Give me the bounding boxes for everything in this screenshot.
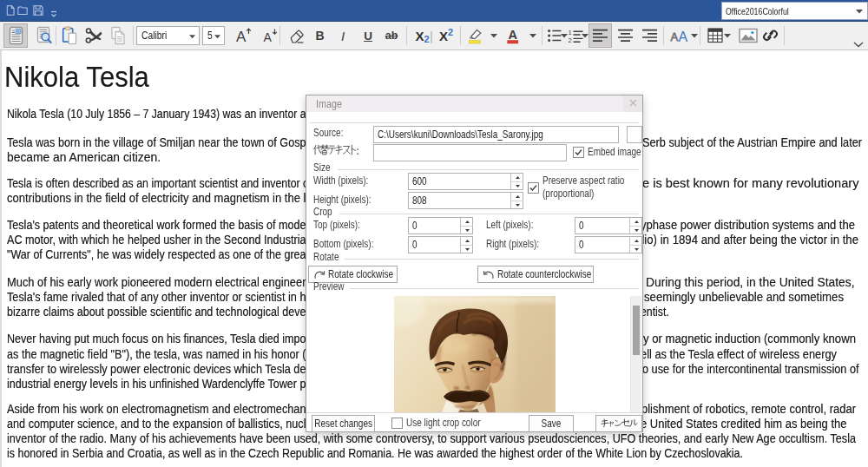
main-toolbar: Calibri 5 A A B I U ab X2 X2 bbox=[0, 22, 868, 50]
copy-button[interactable] bbox=[107, 23, 129, 48]
dialog-close-button[interactable] bbox=[623, 95, 642, 112]
strikethrough-button[interactable]: ab bbox=[381, 23, 402, 48]
embed-image-checkbox[interactable] bbox=[573, 147, 584, 158]
spinner-down-icon[interactable] bbox=[630, 245, 642, 253]
theme-selector-combo[interactable]: Office2016Colorful bbox=[721, 2, 868, 20]
svg-text:2: 2 bbox=[568, 36, 571, 43]
cut-button[interactable] bbox=[82, 23, 105, 48]
crop-right-label: Right (pixels): bbox=[486, 238, 539, 250]
cut-icon bbox=[85, 27, 103, 44]
quick-access-more-icon[interactable] bbox=[49, 6, 66, 23]
align-right-button[interactable] bbox=[638, 23, 661, 48]
font-name-combo[interactable]: Calibri bbox=[136, 26, 200, 45]
open-folder-icon[interactable] bbox=[16, 4, 33, 21]
page-view-button[interactable] bbox=[3, 23, 28, 48]
spinner-up-icon[interactable] bbox=[630, 237, 642, 245]
toolbar-separator bbox=[133, 26, 134, 45]
cancel-button[interactable] bbox=[595, 415, 642, 432]
spinner-up-icon[interactable] bbox=[511, 193, 523, 201]
reset-changes-button[interactable]: Reset changes bbox=[312, 415, 375, 432]
bold-button[interactable]: B bbox=[309, 23, 331, 48]
spinner-up-icon[interactable] bbox=[511, 174, 523, 181]
dropdown-icon bbox=[582, 34, 589, 38]
superscript-mark-glyph: 2 bbox=[448, 27, 453, 37]
insert-link-button[interactable] bbox=[757, 23, 781, 48]
dropdown-icon bbox=[529, 34, 536, 38]
spinner[interactable] bbox=[629, 218, 641, 234]
shrink-font-icon: A bbox=[260, 27, 279, 44]
subscript-mark-glyph: 2 bbox=[424, 34, 429, 44]
size-group-label: Size bbox=[313, 161, 330, 174]
save-button[interactable]: Save bbox=[529, 415, 574, 432]
save-label: Save bbox=[542, 418, 562, 430]
crop-right-input-value: 0 bbox=[579, 239, 584, 251]
width-label: Width (pixels): bbox=[313, 174, 368, 187]
spinner-down-icon[interactable] bbox=[630, 226, 642, 234]
superscript-button[interactable]: X2 bbox=[434, 23, 458, 48]
align-center-button[interactable] bbox=[614, 23, 637, 48]
spinner-down-icon[interactable] bbox=[461, 226, 473, 234]
spinner-down-icon[interactable] bbox=[511, 181, 523, 189]
crop-left-input[interactable]: 0 bbox=[575, 217, 642, 234]
font-name-value: Calibri bbox=[141, 30, 167, 42]
dropdown-icon bbox=[691, 34, 698, 38]
grow-font-button[interactable]: A bbox=[232, 23, 256, 48]
crop-right-input[interactable]: 0 bbox=[575, 236, 642, 253]
align-center-icon bbox=[617, 29, 634, 43]
caret-mark bbox=[431, 31, 432, 43]
preview-scrollbar[interactable] bbox=[630, 296, 641, 412]
spinner-down-icon[interactable] bbox=[511, 201, 523, 208]
source-input[interactable]: C:\Users\kuni\Downloads\Tesla_Sarony.jpg bbox=[373, 126, 619, 143]
dialog-title-bar[interactable]: Image bbox=[306, 95, 642, 112]
italic-glyph: I bbox=[341, 29, 345, 43]
save-icon[interactable] bbox=[32, 4, 49, 21]
shrink-font-button[interactable]: A bbox=[258, 23, 282, 48]
width-input[interactable]: 600 bbox=[408, 173, 523, 190]
preserve-aspect-checkbox[interactable] bbox=[528, 182, 539, 194]
source-browse-button[interactable] bbox=[627, 126, 642, 143]
italic-button[interactable]: I bbox=[332, 23, 353, 48]
preview-group-line bbox=[350, 288, 639, 289]
bold-glyph: B bbox=[315, 29, 324, 43]
font-color-dropdown[interactable] bbox=[526, 23, 539, 48]
document-text-line[interactable]: is honored in Serbia and Croatia, as wel… bbox=[7, 445, 866, 461]
embed-image-label: Embed image bbox=[588, 146, 641, 158]
crop-bottom-input[interactable]: 0 bbox=[408, 236, 473, 253]
spinner-up-icon[interactable] bbox=[461, 218, 473, 226]
application-window: Office2016Colorful bbox=[0, 0, 868, 467]
align-left-button[interactable] bbox=[589, 23, 612, 48]
document-text-line[interactable]: inventor of the radio. Many of his achie… bbox=[7, 431, 866, 446]
underline-button[interactable]: U bbox=[358, 23, 378, 48]
spinner-down-icon[interactable] bbox=[461, 245, 473, 253]
rotate-clockwise-label: Rotate clockwise bbox=[328, 268, 393, 280]
spinner[interactable] bbox=[510, 193, 523, 208]
spinner[interactable] bbox=[629, 237, 641, 253]
crop-top-input[interactable]: 0 bbox=[408, 217, 473, 234]
grow-font-icon: A bbox=[234, 27, 253, 44]
font-effects-dropdown[interactable] bbox=[689, 23, 700, 48]
alt-text-input[interactable] bbox=[373, 144, 567, 161]
paste-button[interactable] bbox=[58, 23, 81, 48]
preview-image[interactable] bbox=[394, 296, 556, 412]
crop-left-label: Left (pixels): bbox=[486, 219, 533, 231]
toolbar-more-button[interactable] bbox=[851, 40, 866, 49]
spinner[interactable] bbox=[460, 218, 472, 234]
height-input[interactable]: 808 bbox=[408, 192, 523, 209]
crop-bottom-input-value: 0 bbox=[412, 239, 418, 251]
rotate-counterclockwise-button[interactable]: Rotate counterclockwise bbox=[477, 266, 594, 283]
crop-color-checkbox[interactable] bbox=[391, 418, 403, 429]
spinner-up-icon[interactable] bbox=[630, 218, 642, 226]
find-button[interactable] bbox=[31, 23, 56, 48]
font-size-combo[interactable]: 5 bbox=[202, 26, 225, 45]
highlight-color-dropdown[interactable] bbox=[487, 23, 500, 48]
font-color-button[interactable]: A bbox=[502, 23, 524, 48]
spinner[interactable] bbox=[510, 174, 523, 189]
insert-table-dropdown[interactable] bbox=[722, 23, 733, 48]
clear-formatting-button[interactable] bbox=[285, 23, 309, 48]
font-effects-button[interactable]: A A bbox=[669, 23, 691, 48]
spinner-up-icon[interactable] bbox=[461, 237, 473, 245]
subscript-button[interactable]: X2 bbox=[411, 23, 437, 48]
preview-scrollbar-thumb[interactable] bbox=[633, 306, 640, 355]
highlight-color-button[interactable] bbox=[464, 23, 486, 48]
spinner[interactable] bbox=[460, 237, 472, 253]
